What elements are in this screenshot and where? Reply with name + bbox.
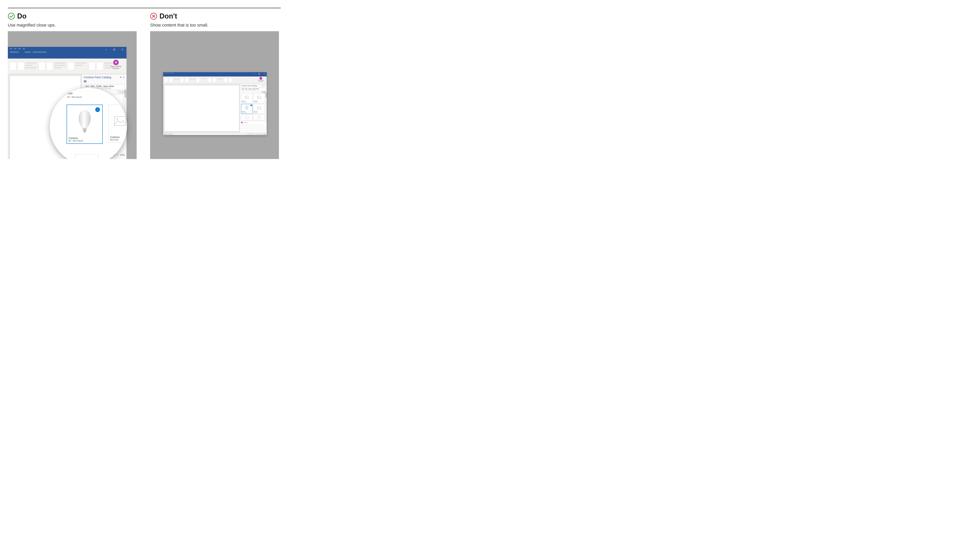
document-area: [163, 84, 240, 133]
product-card[interactable]: Contoso 85w Equal: [254, 104, 265, 114]
ribbon-addin-button[interactable]: Parts Catalog Contoso: [257, 77, 265, 82]
view-mode-icon[interactable]: [252, 133, 254, 135]
svg-rect-30: [245, 116, 248, 118]
ribbon-button[interactable]: [212, 78, 216, 82]
taskpane-header: Contoso Parts Catalog ▼✕: [240, 84, 267, 87]
taskpane-controls: ▼ ✕: [120, 76, 125, 78]
ribbon-button[interactable]: [180, 78, 184, 82]
taskpane-search-box[interactable]: LED - R30 - 2700K - Warm White 16 result…: [241, 88, 265, 91]
image-placeholder-icon: [254, 115, 264, 120]
card-sub: 85w Equal: [254, 102, 264, 103]
svg-rect-2: [113, 49, 115, 50]
svg-point-24: [246, 97, 246, 97]
dont-heading: Don't: [160, 12, 177, 20]
grid-view-icon[interactable]: [264, 92, 265, 93]
zoom-level: 100%: [263, 133, 266, 135]
product-card[interactable]: Contoso 85w Equal: [254, 93, 265, 103]
zoom-out-icon[interactable]: −: [255, 133, 255, 135]
title-bar: [163, 72, 267, 77]
card-sub: 85w Equal: [254, 112, 264, 113]
ribbon-button[interactable]: [97, 62, 103, 70]
zoom-slider[interactable]: [256, 134, 262, 134]
taskpane-footer: C Contoso: [240, 121, 267, 124]
search-title: LED - R30 - 2700K - Warm White: [85, 85, 123, 87]
maximize-button[interactable]: [257, 72, 262, 75]
status-left: Page 1 of 1 0 words: [164, 133, 173, 135]
product-card-selected[interactable]: Contoso 60 - 65w Equal: [241, 104, 253, 114]
ribbon-group: [180, 78, 195, 82]
ribbon-button[interactable]: [38, 62, 45, 70]
product-card[interactable]: [241, 115, 253, 120]
ribbon-button[interactable]: [88, 62, 95, 70]
scrollbar[interactable]: [265, 92, 267, 123]
svg-point-0: [8, 13, 15, 19]
product-card-name: Contoso: [110, 136, 127, 138]
grid-view-icon[interactable]: [122, 91, 125, 93]
close-icon[interactable]: ✕: [264, 85, 265, 87]
ribbon-button[interactable]: [196, 78, 200, 82]
svg-rect-20: [259, 73, 260, 74]
ribbon-addin-button[interactable]: Parts Catalog Contoso: [109, 60, 123, 70]
maximize-button[interactable]: [110, 47, 118, 52]
window-controls: [252, 72, 267, 75]
check-circle-icon: [8, 13, 15, 20]
taskpane: Contoso Parts Catalog ▼✕ LED - R30 - 270…: [240, 84, 267, 133]
svg-point-26: [258, 97, 259, 97]
zoom-in-icon[interactable]: +: [117, 153, 118, 156]
x-circle-icon: [150, 13, 157, 20]
minimize-icon: [254, 73, 255, 75]
list-view-icon[interactable]: [262, 92, 263, 93]
close-icon: [122, 48, 123, 50]
ribbon-lines: [54, 62, 65, 68]
ribbon-group: [224, 78, 232, 82]
taskpane-controls: ▼✕: [262, 85, 265, 87]
close-button[interactable]: [118, 47, 127, 52]
scrollbar-thumb[interactable]: [125, 90, 127, 98]
bulb-icon: [113, 60, 118, 65]
minimize-icon: [105, 48, 107, 50]
partial-card-sub: 60 - 65w Equal: [67, 96, 82, 98]
minimize-button[interactable]: [102, 47, 110, 52]
ribbon-button[interactable]: [224, 78, 227, 82]
card-sub: 60 - 65w Equal: [242, 102, 252, 103]
image-placeholder-icon: [254, 94, 264, 100]
ribbon-lines: [25, 62, 36, 68]
bulb-icon: [259, 77, 262, 80]
ribbon-button[interactable]: [68, 62, 74, 70]
titlebar-mid-placeholders: [10, 52, 47, 53]
svg-rect-14: [83, 130, 86, 131]
zoom-in-icon[interactable]: +: [262, 133, 263, 135]
svg-point-29: [258, 107, 259, 108]
ribbon-button[interactable]: [208, 78, 211, 82]
list-view-icon[interactable]: [118, 91, 121, 93]
taskpane-title: Contoso Parts Catalog: [241, 85, 257, 87]
ribbon-button[interactable]: [18, 62, 24, 70]
svg-rect-23: [245, 96, 249, 99]
selected-check-icon: [250, 105, 252, 106]
ribbon-button[interactable]: [10, 62, 17, 70]
dropdown-icon[interactable]: ▼: [262, 85, 264, 87]
svg-rect-27: [246, 109, 247, 110]
ribbon-button[interactable]: [185, 78, 189, 82]
card-sub: 60 - 65w Equal: [242, 112, 252, 113]
product-card-partial[interactable]: [75, 154, 98, 159]
close-icon: [264, 73, 265, 75]
close-icon[interactable]: ✕: [123, 76, 125, 78]
ribbon-button[interactable]: [47, 62, 53, 70]
ribbon-button[interactable]: [229, 78, 232, 82]
minimize-button[interactable]: [252, 72, 257, 75]
ribbon-button[interactable]: [164, 78, 168, 82]
view-mode-icon[interactable]: [249, 133, 252, 135]
document-page[interactable]: [164, 85, 239, 132]
dont-canvas: Parts Catalog Contoso Contoso Parts Cata…: [150, 31, 279, 159]
product-card[interactable]: Contoso 60 - 65w Equal: [241, 93, 253, 103]
view-mode-icon[interactable]: [247, 133, 249, 135]
product-card[interactable]: [254, 115, 265, 120]
app-window-small: Parts Catalog Contoso Contoso Parts Cata…: [163, 72, 267, 135]
ribbon-button[interactable]: [169, 78, 173, 82]
scrollbar-thumb[interactable]: [265, 92, 267, 98]
product-card-selected[interactable]: ✓: [67, 105, 103, 144]
dropdown-icon[interactable]: ▼: [120, 76, 122, 78]
close-button[interactable]: [262, 72, 267, 75]
hamburger-icon[interactable]: [84, 80, 87, 82]
